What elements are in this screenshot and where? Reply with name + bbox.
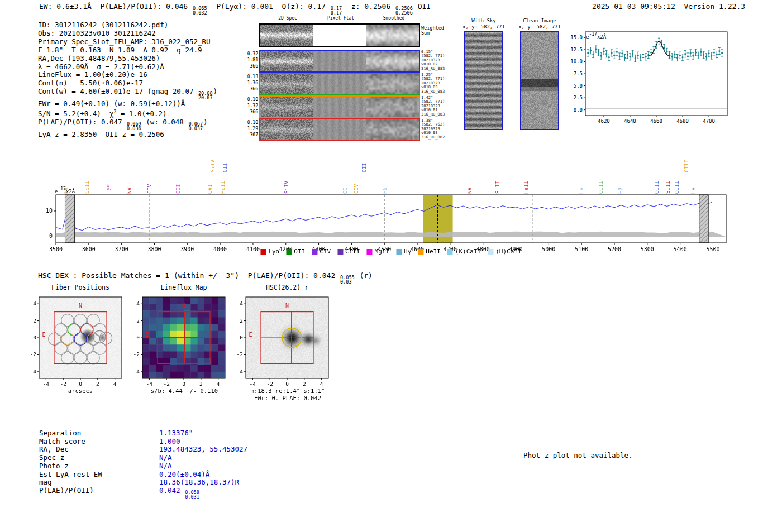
lineflux-caption: s/b: 4.44 +/- 0.110 <box>134 387 235 394</box>
svg-text:4: 4 <box>217 381 220 387</box>
match-table-label: Photo z <box>39 462 69 470</box>
info-line: Obs: 20210323v010_3012116242 <box>38 30 217 38</box>
svg-text:-2: -2 <box>163 381 169 387</box>
svg-text:-4: -4 <box>43 381 50 387</box>
match-table-label: RA, Dec <box>39 445 69 453</box>
legend-item: HeII <box>418 248 441 255</box>
lineflux-map-panel: -4-4-2-2002244NE <box>126 294 232 400</box>
cutout-row <box>259 23 420 47</box>
legend-swatch <box>312 249 317 255</box>
svg-text:5000: 5000 <box>542 246 555 252</box>
svg-text:0: 0 <box>33 334 36 341</box>
match-table-row: Spec zN/A <box>39 453 307 462</box>
cutout-row-left-label: 0.321.81366 <box>237 51 258 69</box>
fiber-circle <box>94 323 106 336</box>
legend-item: Hγ <box>396 248 411 255</box>
legend-swatch <box>447 249 453 255</box>
svg-text:0: 0 <box>240 334 243 341</box>
match-table-value: 0.20(±0.04)Å <box>159 470 209 478</box>
legend-swatch <box>488 249 493 255</box>
line-label: SiII <box>494 181 500 194</box>
match-table-row: Match score1.000 <box>39 437 307 445</box>
svg-text:N: N <box>285 303 289 309</box>
svg-text:0: 0 <box>136 334 140 341</box>
line-label: CIII <box>683 160 689 172</box>
cutout-cell-smooth <box>366 51 419 71</box>
clean-image-frame <box>520 31 559 130</box>
extraction-box <box>158 312 210 364</box>
info-line: Cont(w) = 4.60(±0.01)e-17 (gmag 20.07 20… <box>38 88 217 100</box>
info-line: Primary Spec_Slot_IFU_AMP: 316_022_052_R… <box>38 38 217 46</box>
line-label: OIII <box>674 181 680 194</box>
line-label: OII <box>361 163 367 172</box>
match-table-label: Separation <box>39 429 81 437</box>
cutout-cell-smooth <box>366 97 419 117</box>
match-table-row: Photo zN/A <box>39 462 307 470</box>
hsc-caption-1: m:18.3 re:1.4" s:1.1" <box>237 387 338 394</box>
info-line: EWr = 0.49(±0.10) (w: 0.59(±0.12))Å <box>38 100 217 108</box>
cutout-row-left-label: 0.101.29367 <box>237 120 258 137</box>
timestamp-version: 2025-01-03 09:05:12 Version 1.22.3 <box>592 2 745 11</box>
svg-text:7.5: 7.5 <box>574 71 583 76</box>
svg-text:2: 2 <box>199 381 203 387</box>
svg-text:4680: 4680 <box>676 118 689 124</box>
svg-text:-4: -4 <box>133 368 140 375</box>
legend-swatch <box>396 249 402 255</box>
match-table-value: 1.13376" <box>159 429 193 437</box>
line-label: HeII <box>220 181 226 194</box>
cutout-cell-flat <box>313 51 366 71</box>
line-label: Hδ <box>382 187 388 194</box>
compass-labels: NE <box>42 303 82 338</box>
cutout-row-right-label: Weighted Sum <box>421 26 444 36</box>
svg-text:-4: -4 <box>30 368 37 375</box>
match-table-label: Spec z <box>39 453 64 462</box>
line-label: NV <box>126 187 132 194</box>
svg-text:5500: 5500 <box>706 246 719 252</box>
legend-swatch <box>418 249 423 255</box>
lineflux-map-overlay: -4-4-2-2002244NE <box>126 294 232 400</box>
svg-text:-2: -2 <box>60 381 66 387</box>
zoom-data-points <box>587 38 723 61</box>
cutout-row <box>259 118 420 141</box>
legend-swatch <box>260 249 266 255</box>
line-label: OIII <box>598 181 604 194</box>
match-table-value: 18.36(18.36,18.37)R <box>159 478 239 486</box>
photz-note: Phot z plot not available. <box>523 451 633 459</box>
cutout-row <box>259 73 420 95</box>
svg-text:0.0: 0.0 <box>574 107 583 113</box>
legend-item: Lyα <box>260 248 279 255</box>
panel-axis-ticks: -4-4-2-2002244 <box>237 300 323 387</box>
cutout-cell-flat <box>313 119 366 140</box>
svg-text:5100: 5100 <box>575 246 588 252</box>
masked-band <box>699 195 708 243</box>
svg-text:4000: 4000 <box>213 246 227 252</box>
with-sky-image <box>465 32 502 129</box>
cutout-cell-flat <box>313 25 366 46</box>
compass-labels: NE <box>249 303 289 338</box>
panel-axes-box <box>142 297 225 378</box>
fiber-circle <box>55 323 67 336</box>
fiber-circle <box>74 314 87 327</box>
fiber-circle <box>68 323 80 336</box>
svg-text:15.0: 15.0 <box>570 35 583 40</box>
svg-text:5300: 5300 <box>641 246 654 252</box>
cutout-cell-flat <box>313 74 366 94</box>
line-label: SiII <box>84 181 90 194</box>
legend-item: MgII <box>367 248 390 255</box>
fiber-circle <box>94 342 106 354</box>
spectrum-ylabel: e-17x2Å <box>55 186 75 194</box>
svg-text:E: E <box>42 332 45 338</box>
panel-axis-ticks: -4-4-2-2002244 <box>133 300 220 387</box>
cutout-cell-spec <box>260 51 313 71</box>
line-legend: LyαOIICIVCIIIMgIIHγHeII(K)CaII(H)CaII <box>260 248 521 255</box>
zoom-axis-ticks: 0.02.55.07.510.012.515.04620464046604680… <box>570 35 715 124</box>
info-line: S/N = 5.2(±0.4) χ2 = 1.0(±0.2) <box>38 108 217 118</box>
cutout-row-right-label: 1.38" (582, 762) 20210323 v010_03 316_RU… <box>421 119 445 140</box>
fiber-circle <box>61 352 74 364</box>
info-line: LyA z = 2.8350 OII z = 0.2506 <box>38 131 217 139</box>
svg-text:N: N <box>182 303 185 309</box>
legend-item: (K)CaII <box>447 248 481 255</box>
legend-swatch <box>367 249 373 255</box>
catalog-match-table: Separation1.13376"Match score1.000RA, De… <box>39 429 318 507</box>
fiber-circle <box>61 333 74 345</box>
